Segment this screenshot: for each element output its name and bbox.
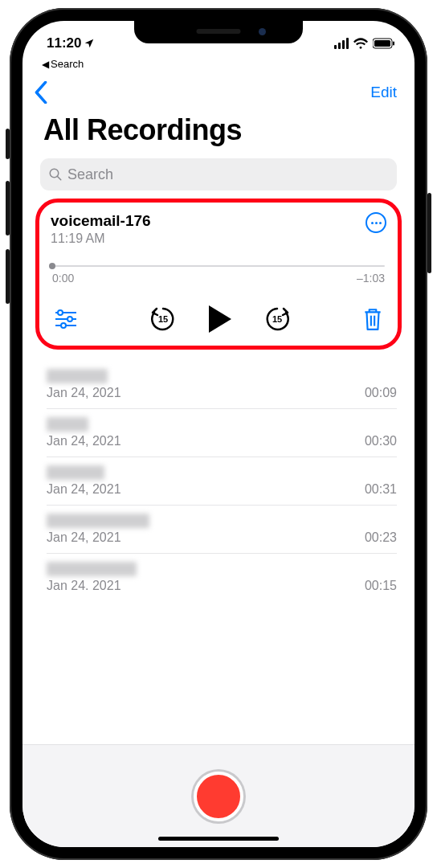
recording-row[interactable]: Jan 24. 202100:15 [47,554,397,601]
trash-icon [362,307,383,331]
location-icon [84,38,95,49]
svg-rect-2 [393,42,394,46]
record-button[interactable] [194,772,243,821]
recording-duration: 00:31 [365,482,397,497]
sliders-icon [54,309,78,329]
recording-subtitle: 11:19 AM [51,231,151,246]
recording-name-redacted [47,369,108,383]
cellular-icon [334,38,349,49]
recording-name-redacted [47,514,149,528]
delete-button[interactable] [362,307,383,331]
skip-back-amount: 15 [149,305,177,333]
back-triangle-icon: ◀ [42,59,49,70]
recordings-list: Jan 24, 202100:09Jan 24, 202100:30Jan 24… [47,361,397,601]
svg-point-8 [67,317,72,321]
recording-row[interactable]: Jan 24, 202100:09 [47,361,397,409]
search-icon [48,167,63,182]
breadcrumb-back[interactable]: ◀ Search [22,56,415,70]
selected-recording-card[interactable]: voicemail-176 11:19 AM 0:00 –1:03 [35,199,402,350]
recording-name-redacted [47,562,137,576]
recording-date: Jan 24, 2021 [47,530,121,545]
breadcrumb-label: Search [51,58,84,70]
recording-duration: 00:23 [365,530,397,545]
search-input[interactable]: Search [40,158,397,190]
recording-name-redacted [47,417,88,432]
recording-name-redacted [47,465,104,480]
svg-line-4 [57,176,61,180]
back-button[interactable] [34,81,48,104]
skip-forward-amount: 15 [263,305,291,333]
settings-sliders-button[interactable] [54,309,78,329]
scrubber-thumb[interactable] [49,263,55,269]
recording-duration: 00:09 [365,386,397,400]
svg-point-6 [58,310,63,315]
recording-duration: 00:30 [365,434,397,448]
search-placeholder: Search [67,166,113,183]
page-title: All Recordings [22,110,415,155]
skip-back-button[interactable]: 15 [149,305,177,333]
ellipsis-icon [371,222,382,224]
skip-forward-button[interactable]: 15 [263,305,291,333]
status-time: 11:20 [47,35,81,51]
recording-date: Jan 24, 2021 [47,482,121,497]
recording-row[interactable]: Jan 24, 202100:23 [47,506,397,554]
play-icon [209,305,231,333]
recording-row[interactable]: Jan 24, 202100:30 [47,409,397,457]
battery-icon [373,38,395,49]
recording-row[interactable]: Jan 24, 202100:31 [47,457,397,506]
svg-point-10 [61,323,66,328]
recording-duration: 00:15 [365,579,397,593]
recording-title: voicemail-176 [51,212,151,230]
time-elapsed: 0:00 [52,272,74,285]
more-options-button[interactable] [366,212,386,233]
playback-scrubber[interactable]: 0:00 –1:03 [52,265,385,285]
wifi-icon [353,38,368,49]
home-indicator [158,837,279,841]
recording-date: Jan 24, 2021 [47,434,121,448]
recording-date: Jan 24. 2021 [47,579,121,593]
play-button[interactable] [209,305,231,333]
recording-date: Jan 24, 2021 [47,386,121,400]
svg-rect-1 [374,40,390,47]
edit-button[interactable]: Edit [370,84,397,101]
time-remaining: –1:03 [357,272,385,285]
record-toolbar [22,744,415,847]
